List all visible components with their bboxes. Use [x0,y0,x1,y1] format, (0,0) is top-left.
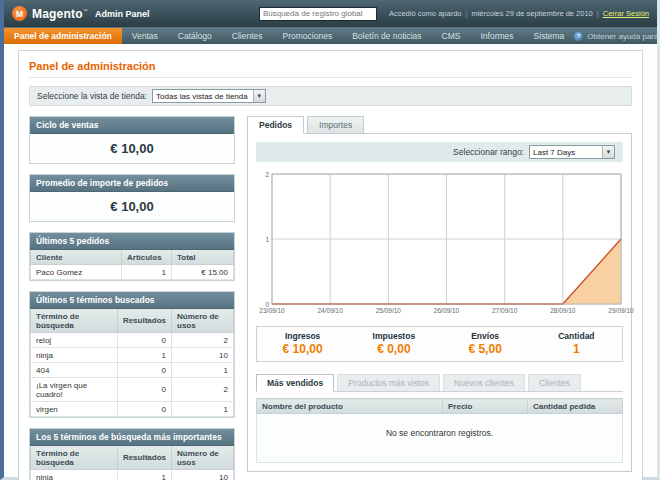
table-row: reloj02 [31,333,234,348]
bottom-tabs: Más vendidosProductos más vistosNuevos c… [256,374,623,392]
panel-title: Últimos 5 pedidos [30,233,234,250]
top-search-terms-panel: Los 5 términos de búsqueda más important… [29,428,235,480]
x-axis-tick: 27/09/10 [492,307,518,314]
nav-item-panel-de-administracion[interactable]: Panel de administración [4,28,122,44]
column-header-resultados: Resultados [117,309,171,333]
last-search-terms-table: Término de búsquedaResultadosNúmero de u… [30,309,234,417]
separator: | [597,9,599,18]
magento-logo: M Magento™ Admin Panel [12,6,149,21]
column-header-termino-de-busqueda: Término de búsqueda [31,446,118,470]
store-view-label: Seleccione la vista de tienda: [37,91,147,101]
cell: ninja [31,470,118,480]
column-header-numero-de-usos: Número de usos [172,446,234,470]
tab-nuevos-clientes[interactable]: Nuevos clientes [443,374,525,391]
help-label: Obtener ayuda para esta página [587,32,660,41]
chart-area: 01223/09/1024/09/1025/09/1026/09/1027/09… [256,168,623,318]
cell: 2 [172,333,234,348]
lifetime-sales-value: € 10,00 [30,134,234,163]
nav-item-boletin-de-noticias[interactable]: Boletín de noticias [342,28,431,44]
cell: Paco Gomez [31,265,122,280]
table-row: virgen01 [31,402,234,417]
cell: 0 [117,402,171,417]
help-icon: ? [574,32,583,41]
products-table-wrap: Nombre del productoPrecioCantidad pedida… [256,398,623,463]
data-table: Término de búsquedaResultadosNúmero de u… [30,309,234,417]
cell: 0 [117,333,171,348]
empty-message: No se encontraron registros. [257,414,623,463]
dropdown-arrow-icon: ▼ [602,146,614,158]
average-orders-panel: Promedio de importe de pedidos € 10,00 [29,174,235,222]
empty-row: No se encontraron registros. [257,414,623,463]
column-header-cantidad-pedida: Cantidad pedida [528,399,623,414]
browser-window: M Magento™ Admin Panel Accedió como apar… [0,0,660,480]
logo-title: Magento™ [32,7,88,21]
metric-label: Impuestos [348,331,439,341]
store-view-select[interactable]: Todas las vistas de tienda ▼ [152,89,266,103]
lifetime-sales-panel: Ciclo de ventas € 10,00 [29,116,235,164]
x-axis-tick: 26/09/10 [434,307,460,314]
nav-item-ventas[interactable]: Ventas [122,28,168,44]
tab-importes[interactable]: Importes [307,116,364,133]
cell: 1 [172,402,234,417]
metric-label: Ingresos [257,331,348,341]
tab-pedidos[interactable]: Pedidos [247,116,304,134]
nav-item-clientes[interactable]: Clientes [222,28,273,44]
nav-item-informes[interactable]: Informes [471,28,524,44]
table-row: 40401 [31,363,234,378]
column-header-resultados: Resultados [117,446,171,470]
logged-in-as-text: Accedió como apardo [389,9,462,18]
logo-subtitle: Admin Panel [95,9,150,19]
column-header-total: Total [172,250,234,265]
data-table: Nombre del productoPrecioCantidad pedida… [256,398,623,463]
cell: virgen [31,402,118,417]
cell: 1 [117,470,171,480]
chart-tab-content: Seleccionar rango: Last 7 Days ▼ 01223/0… [247,133,632,472]
dropdown-arrow-icon: ▼ [253,90,265,102]
metric-cantidad: Cantidad1 [531,331,622,356]
dashboard-container: Panel de administración Seleccione la vi… [18,50,643,480]
header-user-info: Accedió como apardo | miércoles 29 de se… [389,9,649,18]
last-orders-panel: Últimos 5 pedidos ClienteArtículosTotalP… [29,232,235,281]
column-header-nombre-del-producto: Nombre del producto [257,399,443,414]
tab-clientes[interactable]: Clientes [528,374,581,391]
y-axis-tick: 2 [265,171,269,178]
data-table: Término de búsquedaResultadosNúmero de u… [30,446,234,480]
separator: | [465,9,467,18]
table-row: Paco Gomez1€ 15.00 [31,265,234,280]
column-header-termino-de-busqueda: Término de búsqueda [31,309,118,333]
nav-item-sistema[interactable]: Sistema [524,28,575,44]
column-header-cliente: Cliente [31,250,122,265]
range-select[interactable]: Last 7 Days ▼ [529,145,615,159]
panel-title: Promedio de importe de pedidos [30,175,234,192]
dashboard-main: Pedidos Importes Seleccionar rango: Last… [247,116,632,480]
last-search-terms-panel: Últimos 5 términos buscados Término de b… [29,291,235,418]
cell: 1 [172,363,234,378]
help-link[interactable]: ? Obtener ayuda para esta página [574,28,660,44]
logout-link[interactable]: Cerrar Sesión [603,9,649,18]
nav-item-cms[interactable]: CMS [432,28,471,44]
tab-productos-mas-vistos[interactable]: Productos más vistos [337,374,440,391]
admin-header: M Magento™ Admin Panel Accedió como apar… [4,0,657,27]
metric-value: € 0,00 [348,342,439,356]
cell: reloj [31,333,118,348]
range-selected-value: Last 7 Days [533,148,575,157]
metric-value: € 10,00 [257,342,348,356]
nav-item-promociones[interactable]: Promociones [273,28,343,44]
x-axis-tick: 23/09/10 [259,307,285,314]
dashboard-sidebar: Ciclo de ventas € 10,00 Promedio de impo… [29,116,235,480]
metric-envios: Envíos€ 5,00 [440,331,531,356]
average-orders-value: € 10,00 [30,192,234,221]
top-search-terms-table: Término de búsquedaResultadosNúmero de u… [30,446,234,480]
store-view-bar: Seleccione la vista de tienda: Todas las… [29,86,632,106]
global-search-input[interactable] [259,7,377,21]
table-row: ninja110 [31,470,234,480]
cell: 404 [31,363,118,378]
metric-impuestos: Impuestos€ 0,00 [348,331,439,356]
magento-logo-icon: M [12,6,27,21]
nav-item-catalogo[interactable]: Catálogo [168,28,222,44]
current-date-text: miércoles 29 de septiembre de 2010 [471,9,592,18]
tab-mas-vendidos[interactable]: Más vendidos [256,374,334,392]
page-title: Panel de administración [29,60,632,72]
column-header-numero-de-usos: Número de usos [172,309,234,333]
metric-value: 1 [531,342,622,356]
